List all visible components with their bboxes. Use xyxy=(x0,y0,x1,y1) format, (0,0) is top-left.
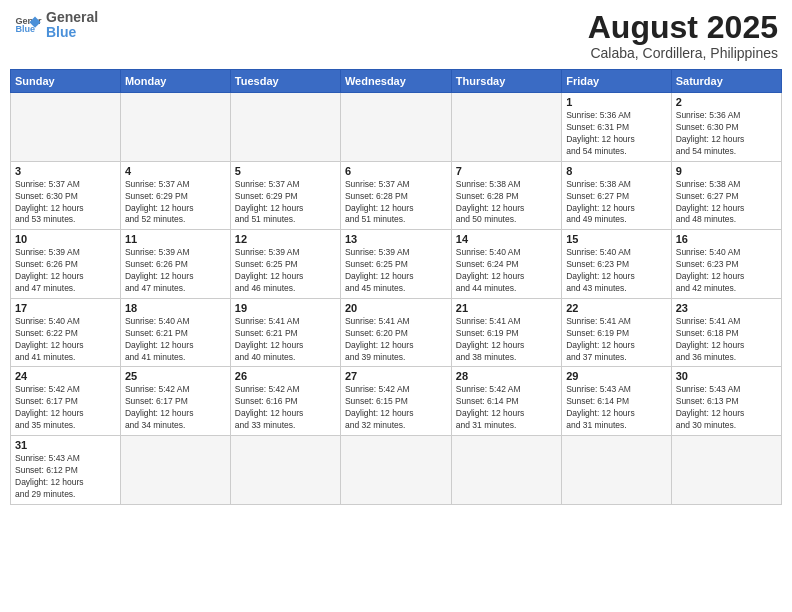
day-number: 13 xyxy=(345,233,447,245)
day-info: Sunrise: 5:40 AM Sunset: 6:22 PM Dayligh… xyxy=(15,316,116,364)
day-number: 27 xyxy=(345,370,447,382)
day-info: Sunrise: 5:43 AM Sunset: 6:13 PM Dayligh… xyxy=(676,384,777,432)
day-number: 2 xyxy=(676,96,777,108)
day-info: Sunrise: 5:37 AM Sunset: 6:29 PM Dayligh… xyxy=(235,179,336,227)
calendar-cell xyxy=(451,436,561,505)
month-title: August 2025 xyxy=(588,10,778,45)
calendar-cell: 16Sunrise: 5:40 AM Sunset: 6:23 PM Dayli… xyxy=(671,230,781,299)
location-title: Calaba, Cordillera, Philippines xyxy=(588,45,778,61)
day-info: Sunrise: 5:41 AM Sunset: 6:21 PM Dayligh… xyxy=(235,316,336,364)
calendar-week-row: 24Sunrise: 5:42 AM Sunset: 6:17 PM Dayli… xyxy=(11,367,782,436)
calendar-cell: 9Sunrise: 5:38 AM Sunset: 6:27 PM Daylig… xyxy=(671,161,781,230)
day-info: Sunrise: 5:37 AM Sunset: 6:29 PM Dayligh… xyxy=(125,179,226,227)
calendar-cell: 10Sunrise: 5:39 AM Sunset: 6:26 PM Dayli… xyxy=(11,230,121,299)
day-number: 12 xyxy=(235,233,336,245)
calendar-week-row: 31Sunrise: 5:43 AM Sunset: 6:12 PM Dayli… xyxy=(11,436,782,505)
calendar-cell xyxy=(340,436,451,505)
day-number: 17 xyxy=(15,302,116,314)
day-info: Sunrise: 5:40 AM Sunset: 6:24 PM Dayligh… xyxy=(456,247,557,295)
day-info: Sunrise: 5:40 AM Sunset: 6:23 PM Dayligh… xyxy=(566,247,667,295)
calendar-cell: 3Sunrise: 5:37 AM Sunset: 6:30 PM Daylig… xyxy=(11,161,121,230)
day-number: 4 xyxy=(125,165,226,177)
calendar: SundayMondayTuesdayWednesdayThursdayFrid… xyxy=(10,69,782,504)
calendar-cell: 28Sunrise: 5:42 AM Sunset: 6:14 PM Dayli… xyxy=(451,367,561,436)
day-info: Sunrise: 5:41 AM Sunset: 6:18 PM Dayligh… xyxy=(676,316,777,364)
day-info: Sunrise: 5:38 AM Sunset: 6:27 PM Dayligh… xyxy=(566,179,667,227)
calendar-cell: 11Sunrise: 5:39 AM Sunset: 6:26 PM Dayli… xyxy=(120,230,230,299)
day-info: Sunrise: 5:38 AM Sunset: 6:27 PM Dayligh… xyxy=(676,179,777,227)
day-number: 31 xyxy=(15,439,116,451)
calendar-week-row: 17Sunrise: 5:40 AM Sunset: 6:22 PM Dayli… xyxy=(11,298,782,367)
calendar-cell: 6Sunrise: 5:37 AM Sunset: 6:28 PM Daylig… xyxy=(340,161,451,230)
calendar-cell: 1Sunrise: 5:36 AM Sunset: 6:31 PM Daylig… xyxy=(562,93,672,162)
calendar-week-row: 3Sunrise: 5:37 AM Sunset: 6:30 PM Daylig… xyxy=(11,161,782,230)
calendar-cell: 26Sunrise: 5:42 AM Sunset: 6:16 PM Dayli… xyxy=(230,367,340,436)
day-info: Sunrise: 5:42 AM Sunset: 6:17 PM Dayligh… xyxy=(125,384,226,432)
day-number: 8 xyxy=(566,165,667,177)
day-number: 18 xyxy=(125,302,226,314)
day-number: 23 xyxy=(676,302,777,314)
day-number: 29 xyxy=(566,370,667,382)
day-info: Sunrise: 5:41 AM Sunset: 6:19 PM Dayligh… xyxy=(566,316,667,364)
day-number: 7 xyxy=(456,165,557,177)
calendar-cell: 7Sunrise: 5:38 AM Sunset: 6:28 PM Daylig… xyxy=(451,161,561,230)
day-info: Sunrise: 5:42 AM Sunset: 6:17 PM Dayligh… xyxy=(15,384,116,432)
day-info: Sunrise: 5:43 AM Sunset: 6:12 PM Dayligh… xyxy=(15,453,116,501)
calendar-cell xyxy=(451,93,561,162)
day-info: Sunrise: 5:42 AM Sunset: 6:16 PM Dayligh… xyxy=(235,384,336,432)
day-number: 3 xyxy=(15,165,116,177)
day-info: Sunrise: 5:41 AM Sunset: 6:19 PM Dayligh… xyxy=(456,316,557,364)
calendar-cell: 15Sunrise: 5:40 AM Sunset: 6:23 PM Dayli… xyxy=(562,230,672,299)
day-info: Sunrise: 5:39 AM Sunset: 6:26 PM Dayligh… xyxy=(125,247,226,295)
title-area: August 2025 Calaba, Cordillera, Philippi… xyxy=(588,10,778,61)
calendar-cell xyxy=(230,436,340,505)
calendar-cell: 30Sunrise: 5:43 AM Sunset: 6:13 PM Dayli… xyxy=(671,367,781,436)
day-info: Sunrise: 5:42 AM Sunset: 6:14 PM Dayligh… xyxy=(456,384,557,432)
calendar-cell: 21Sunrise: 5:41 AM Sunset: 6:19 PM Dayli… xyxy=(451,298,561,367)
calendar-cell: 8Sunrise: 5:38 AM Sunset: 6:27 PM Daylig… xyxy=(562,161,672,230)
day-info: Sunrise: 5:37 AM Sunset: 6:28 PM Dayligh… xyxy=(345,179,447,227)
day-number: 26 xyxy=(235,370,336,382)
day-number: 11 xyxy=(125,233,226,245)
logo-general-text: General xyxy=(46,10,98,25)
calendar-cell: 24Sunrise: 5:42 AM Sunset: 6:17 PM Dayli… xyxy=(11,367,121,436)
day-number: 30 xyxy=(676,370,777,382)
logo-blue-text: Blue xyxy=(46,25,98,40)
day-info: Sunrise: 5:39 AM Sunset: 6:25 PM Dayligh… xyxy=(235,247,336,295)
calendar-header-sunday: Sunday xyxy=(11,70,121,93)
calendar-cell xyxy=(120,93,230,162)
day-number: 10 xyxy=(15,233,116,245)
calendar-cell: 23Sunrise: 5:41 AM Sunset: 6:18 PM Dayli… xyxy=(671,298,781,367)
day-info: Sunrise: 5:42 AM Sunset: 6:15 PM Dayligh… xyxy=(345,384,447,432)
calendar-cell xyxy=(11,93,121,162)
day-number: 24 xyxy=(15,370,116,382)
calendar-header-tuesday: Tuesday xyxy=(230,70,340,93)
calendar-cell: 29Sunrise: 5:43 AM Sunset: 6:14 PM Dayli… xyxy=(562,367,672,436)
calendar-header-wednesday: Wednesday xyxy=(340,70,451,93)
day-info: Sunrise: 5:36 AM Sunset: 6:31 PM Dayligh… xyxy=(566,110,667,158)
calendar-header-thursday: Thursday xyxy=(451,70,561,93)
day-info: Sunrise: 5:37 AM Sunset: 6:30 PM Dayligh… xyxy=(15,179,116,227)
calendar-cell: 5Sunrise: 5:37 AM Sunset: 6:29 PM Daylig… xyxy=(230,161,340,230)
calendar-cell xyxy=(340,93,451,162)
calendar-cell xyxy=(562,436,672,505)
day-info: Sunrise: 5:36 AM Sunset: 6:30 PM Dayligh… xyxy=(676,110,777,158)
logo: General Blue General Blue xyxy=(14,10,98,41)
calendar-week-row: 1Sunrise: 5:36 AM Sunset: 6:31 PM Daylig… xyxy=(11,93,782,162)
day-number: 19 xyxy=(235,302,336,314)
day-number: 9 xyxy=(676,165,777,177)
calendar-cell: 31Sunrise: 5:43 AM Sunset: 6:12 PM Dayli… xyxy=(11,436,121,505)
calendar-cell xyxy=(671,436,781,505)
day-number: 22 xyxy=(566,302,667,314)
svg-text:Blue: Blue xyxy=(15,24,35,34)
calendar-header-row: SundayMondayTuesdayWednesdayThursdayFrid… xyxy=(11,70,782,93)
day-number: 28 xyxy=(456,370,557,382)
day-number: 15 xyxy=(566,233,667,245)
calendar-cell: 27Sunrise: 5:42 AM Sunset: 6:15 PM Dayli… xyxy=(340,367,451,436)
day-number: 6 xyxy=(345,165,447,177)
day-number: 5 xyxy=(235,165,336,177)
calendar-cell: 2Sunrise: 5:36 AM Sunset: 6:30 PM Daylig… xyxy=(671,93,781,162)
calendar-cell xyxy=(120,436,230,505)
day-info: Sunrise: 5:41 AM Sunset: 6:20 PM Dayligh… xyxy=(345,316,447,364)
calendar-cell xyxy=(230,93,340,162)
